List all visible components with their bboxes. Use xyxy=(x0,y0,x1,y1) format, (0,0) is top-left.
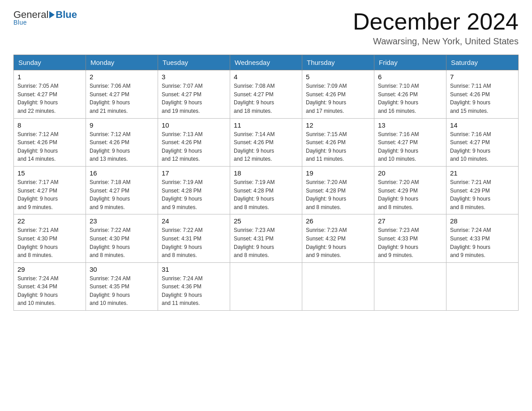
day-info: Sunrise: 7:19 AMSunset: 4:28 PMDaylight:… xyxy=(162,178,226,211)
week-row-1: 1 Sunrise: 7:05 AMSunset: 4:27 PMDayligh… xyxy=(14,70,519,118)
day-number: 27 xyxy=(378,217,442,225)
day-info: Sunrise: 7:09 AMSunset: 4:26 PMDaylight:… xyxy=(306,82,370,115)
calendar-cell: 5 Sunrise: 7:09 AMSunset: 4:26 PMDayligh… xyxy=(302,70,374,118)
day-info: Sunrise: 7:07 AMSunset: 4:27 PMDaylight:… xyxy=(162,82,226,115)
calendar-cell: 8 Sunrise: 7:12 AMSunset: 4:26 PMDayligh… xyxy=(14,118,86,166)
calendar-cell: 2 Sunrise: 7:06 AMSunset: 4:27 PMDayligh… xyxy=(86,70,158,118)
day-number: 1 xyxy=(17,73,82,81)
calendar-cell: 12 Sunrise: 7:15 AMSunset: 4:26 PMDaylig… xyxy=(302,118,374,166)
calendar-cell: 26 Sunrise: 7:23 AMSunset: 4:32 PMDaylig… xyxy=(302,214,374,262)
calendar-cell xyxy=(374,262,446,310)
day-number: 9 xyxy=(90,121,154,129)
calendar-cell: 16 Sunrise: 7:18 AMSunset: 4:27 PMDaylig… xyxy=(86,166,158,214)
day-number: 28 xyxy=(450,217,515,225)
calendar-cell: 15 Sunrise: 7:17 AMSunset: 4:27 PMDaylig… xyxy=(14,166,86,214)
day-number: 4 xyxy=(234,73,298,81)
logo: General Blue Blue xyxy=(13,9,77,26)
day-info: Sunrise: 7:14 AMSunset: 4:26 PMDaylight:… xyxy=(234,130,298,163)
day-info: Sunrise: 7:12 AMSunset: 4:26 PMDaylight:… xyxy=(90,130,154,163)
calendar-cell: 28 Sunrise: 7:24 AMSunset: 4:33 PMDaylig… xyxy=(446,214,519,262)
calendar-cell: 3 Sunrise: 7:07 AMSunset: 4:27 PMDayligh… xyxy=(158,70,230,118)
calendar-cell: 22 Sunrise: 7:21 AMSunset: 4:30 PMDaylig… xyxy=(14,214,86,262)
day-info: Sunrise: 7:20 AMSunset: 4:29 PMDaylight:… xyxy=(378,178,442,211)
location-label: Wawarsing, New York, United States xyxy=(353,36,519,47)
day-number: 7 xyxy=(450,73,515,81)
day-info: Sunrise: 7:17 AMSunset: 4:27 PMDaylight:… xyxy=(17,178,82,211)
day-info: Sunrise: 7:15 AMSunset: 4:26 PMDaylight:… xyxy=(306,130,370,163)
day-number: 25 xyxy=(234,217,298,225)
weekday-header-row: Sunday Monday Tuesday Wednesday Thursday… xyxy=(14,55,519,70)
day-number: 11 xyxy=(234,121,298,129)
calendar-cell xyxy=(446,262,519,310)
calendar-cell: 27 Sunrise: 7:23 AMSunset: 4:33 PMDaylig… xyxy=(374,214,446,262)
calendar-cell xyxy=(230,262,302,310)
title-section: December 2024 Wawarsing, New York, Unite… xyxy=(353,9,519,47)
calendar-cell: 4 Sunrise: 7:08 AMSunset: 4:27 PMDayligh… xyxy=(230,70,302,118)
header-sunday: Sunday xyxy=(14,55,86,70)
day-number: 10 xyxy=(162,121,226,129)
calendar-cell: 24 Sunrise: 7:22 AMSunset: 4:31 PMDaylig… xyxy=(158,214,230,262)
calendar-cell: 31 Sunrise: 7:24 AMSunset: 4:36 PMDaylig… xyxy=(158,262,230,310)
calendar-cell: 29 Sunrise: 7:24 AMSunset: 4:34 PMDaylig… xyxy=(14,262,86,310)
header-wednesday: Wednesday xyxy=(230,55,302,70)
day-number: 21 xyxy=(450,169,515,177)
day-info: Sunrise: 7:12 AMSunset: 4:26 PMDaylight:… xyxy=(17,130,82,163)
month-title: December 2024 xyxy=(353,9,519,34)
day-number: 23 xyxy=(90,217,154,225)
day-info: Sunrise: 7:11 AMSunset: 4:26 PMDaylight:… xyxy=(450,82,515,115)
day-number: 31 xyxy=(162,265,226,273)
day-info: Sunrise: 7:05 AMSunset: 4:27 PMDaylight:… xyxy=(17,82,82,115)
calendar-cell: 6 Sunrise: 7:10 AMSunset: 4:26 PMDayligh… xyxy=(374,70,446,118)
day-info: Sunrise: 7:24 AMSunset: 4:36 PMDaylight:… xyxy=(162,274,226,308)
day-info: Sunrise: 7:21 AMSunset: 4:29 PMDaylight:… xyxy=(450,178,515,211)
logo-triangle-icon xyxy=(49,11,55,18)
day-number: 29 xyxy=(17,265,82,273)
calendar-cell: 14 Sunrise: 7:16 AMSunset: 4:27 PMDaylig… xyxy=(446,118,519,166)
calendar-cell: 18 Sunrise: 7:19 AMSunset: 4:28 PMDaylig… xyxy=(230,166,302,214)
day-info: Sunrise: 7:10 AMSunset: 4:26 PMDaylight:… xyxy=(378,82,442,115)
day-info: Sunrise: 7:24 AMSunset: 4:35 PMDaylight:… xyxy=(90,274,154,308)
calendar-cell: 13 Sunrise: 7:16 AMSunset: 4:27 PMDaylig… xyxy=(374,118,446,166)
header-saturday: Saturday xyxy=(446,55,519,70)
day-info: Sunrise: 7:16 AMSunset: 4:27 PMDaylight:… xyxy=(378,130,442,163)
day-number: 16 xyxy=(90,169,154,177)
day-number: 14 xyxy=(450,121,515,129)
week-row-5: 29 Sunrise: 7:24 AMSunset: 4:34 PMDaylig… xyxy=(14,262,519,310)
calendar-cell: 7 Sunrise: 7:11 AMSunset: 4:26 PMDayligh… xyxy=(446,70,519,118)
calendar-cell: 19 Sunrise: 7:20 AMSunset: 4:28 PMDaylig… xyxy=(302,166,374,214)
calendar-cell: 1 Sunrise: 7:05 AMSunset: 4:27 PMDayligh… xyxy=(14,70,86,118)
header-friday: Friday xyxy=(374,55,446,70)
calendar-cell: 10 Sunrise: 7:13 AMSunset: 4:26 PMDaylig… xyxy=(158,118,230,166)
day-number: 3 xyxy=(162,73,226,81)
calendar-cell xyxy=(302,262,374,310)
calendar-cell: 11 Sunrise: 7:14 AMSunset: 4:26 PMDaylig… xyxy=(230,118,302,166)
page-header: General Blue Blue December 2024 Wawarsin… xyxy=(13,9,519,47)
calendar-table: Sunday Monday Tuesday Wednesday Thursday… xyxy=(13,55,519,311)
calendar-cell: 20 Sunrise: 7:20 AMSunset: 4:29 PMDaylig… xyxy=(374,166,446,214)
day-number: 2 xyxy=(90,73,154,81)
day-info: Sunrise: 7:22 AMSunset: 4:30 PMDaylight:… xyxy=(90,226,154,259)
day-info: Sunrise: 7:24 AMSunset: 4:34 PMDaylight:… xyxy=(17,274,82,308)
calendar-cell: 21 Sunrise: 7:21 AMSunset: 4:29 PMDaylig… xyxy=(446,166,519,214)
header-tuesday: Tuesday xyxy=(158,55,230,70)
day-info: Sunrise: 7:13 AMSunset: 4:26 PMDaylight:… xyxy=(162,130,226,163)
day-number: 30 xyxy=(90,265,154,273)
week-row-2: 8 Sunrise: 7:12 AMSunset: 4:26 PMDayligh… xyxy=(14,118,519,166)
day-number: 5 xyxy=(306,73,370,81)
day-info: Sunrise: 7:06 AMSunset: 4:27 PMDaylight:… xyxy=(90,82,154,115)
day-info: Sunrise: 7:08 AMSunset: 4:27 PMDaylight:… xyxy=(234,82,298,115)
calendar-cell: 30 Sunrise: 7:24 AMSunset: 4:35 PMDaylig… xyxy=(86,262,158,310)
day-number: 19 xyxy=(306,169,370,177)
day-info: Sunrise: 7:18 AMSunset: 4:27 PMDaylight:… xyxy=(90,178,154,211)
day-number: 12 xyxy=(306,121,370,129)
day-info: Sunrise: 7:24 AMSunset: 4:33 PMDaylight:… xyxy=(450,226,515,259)
header-monday: Monday xyxy=(86,55,158,70)
week-row-4: 22 Sunrise: 7:21 AMSunset: 4:30 PMDaylig… xyxy=(14,214,519,262)
day-number: 13 xyxy=(378,121,442,129)
calendar-cell: 17 Sunrise: 7:19 AMSunset: 4:28 PMDaylig… xyxy=(158,166,230,214)
day-number: 26 xyxy=(306,217,370,225)
header-thursday: Thursday xyxy=(302,55,374,70)
day-number: 17 xyxy=(162,169,226,177)
day-info: Sunrise: 7:19 AMSunset: 4:28 PMDaylight:… xyxy=(234,178,298,211)
day-number: 20 xyxy=(378,169,442,177)
